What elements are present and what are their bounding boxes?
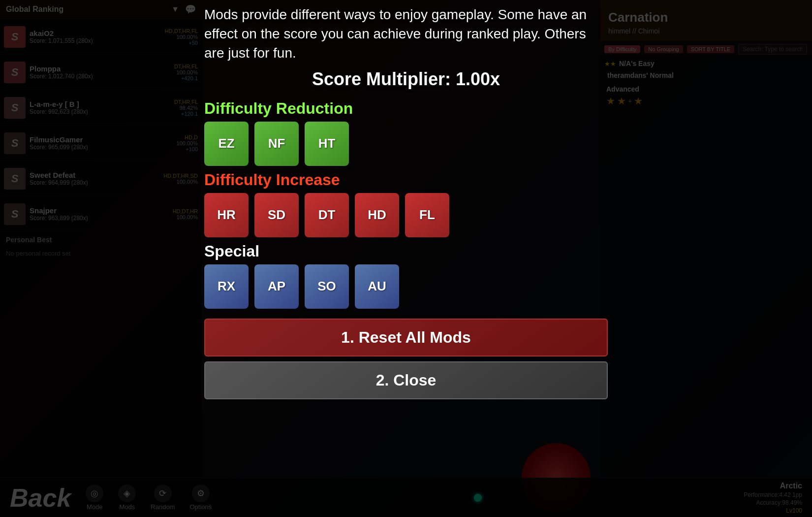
mod-btn-au[interactable]: AU	[355, 264, 399, 309]
mod-section-reduction: Difficulty ReductionEZNFHT	[204, 99, 608, 166]
score-multiplier: Score Multiplier: 1.00x	[204, 69, 608, 90]
mod-btn-ht[interactable]: HT	[305, 122, 349, 166]
mod-btn-hr[interactable]: HR	[204, 193, 249, 237]
mod-btn-nf[interactable]: NF	[254, 122, 299, 166]
action-buttons: 1. Reset All Mods 2. Close	[204, 319, 608, 399]
modal-overlay: Mods provide different ways to enjoy gam…	[0, 0, 812, 517]
mod-section-header-increase: Difficulty Increase	[204, 171, 608, 189]
mod-btn-rx[interactable]: RX	[204, 264, 249, 309]
close-button[interactable]: 2. Close	[204, 361, 608, 399]
mod-btn-ap[interactable]: AP	[254, 264, 299, 309]
mod-btn-sd[interactable]: SD	[254, 193, 299, 237]
mod-btn-dt[interactable]: DT	[305, 193, 349, 237]
mod-btn-fl[interactable]: FL	[405, 193, 449, 237]
mod-description: Mods provide different ways to enjoy gam…	[204, 0, 608, 63]
reset-all-mods-button[interactable]: 1. Reset All Mods	[204, 319, 608, 356]
mod-btn-ez[interactable]: EZ	[204, 122, 249, 166]
mod-buttons-row-increase: HRSDDTHDFL	[204, 193, 608, 237]
modal-content: Mods provide different ways to enjoy gam…	[194, 0, 618, 414]
mod-buttons-row-reduction: EZNFHT	[204, 122, 608, 166]
mod-section-header-reduction: Difficulty Reduction	[204, 99, 608, 118]
mod-buttons-row-special: RXAPSOAU	[204, 264, 608, 309]
mod-section-increase: Difficulty IncreaseHRSDDTHDFL	[204, 171, 608, 237]
mod-sections: Difficulty ReductionEZNFHTDifficulty Inc…	[204, 99, 608, 309]
mod-btn-so[interactable]: SO	[305, 264, 349, 309]
mod-section-special: SpecialRXAPSOAU	[204, 242, 608, 309]
mod-btn-hd[interactable]: HD	[355, 193, 399, 237]
mod-section-header-special: Special	[204, 242, 608, 260]
